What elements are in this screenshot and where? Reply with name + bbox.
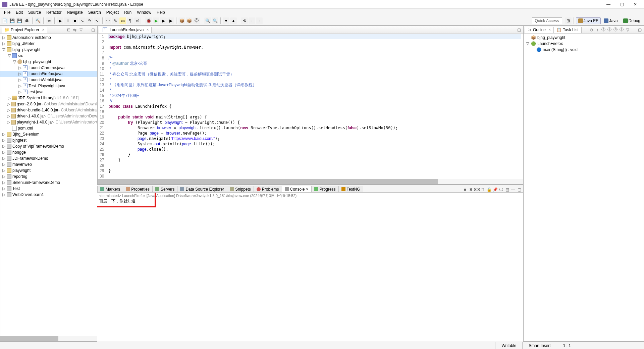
expand-icon[interactable]: ▽	[526, 41, 530, 46]
expand-icon[interactable]: ▷	[2, 150, 6, 155]
tree-item[interactable]: ▷JRE System Library [jdk1.8.0_181]	[0, 95, 97, 101]
tree-item[interactable]: ▷Test	[0, 186, 97, 192]
remove-launch-button[interactable]: ✖	[468, 187, 474, 192]
expand-icon[interactable]: ▷	[2, 41, 6, 46]
code-line[interactable]: package bjhg_playwright;	[108, 34, 521, 39]
close-button[interactable]: ✕	[629, 0, 642, 9]
menu-search[interactable]: Search	[86, 9, 104, 15]
code-line[interactable]	[108, 163, 521, 168]
remove-all-button[interactable]: ✖✖	[474, 187, 480, 192]
code-line[interactable]: *	[108, 66, 521, 71]
tree-item[interactable]: ▷reportng	[0, 173, 97, 180]
search-button[interactable]: 🔍	[212, 17, 218, 24]
tab-task-list[interactable]: 📋Task List	[554, 27, 582, 33]
tree-item[interactable]: ▷SeleniumFrameworkDemo	[0, 180, 97, 186]
expand-icon[interactable]: ▷	[2, 162, 6, 167]
new-java-project-button[interactable]: 📦	[178, 17, 185, 24]
last-edit-button[interactable]: ⟲	[241, 17, 248, 24]
step-return-button[interactable]: ↖	[94, 17, 100, 24]
hide-non-public-button[interactable]: ⓟ	[613, 27, 618, 33]
expand-icon[interactable]: ▷	[2, 186, 6, 191]
expand-icon[interactable]: ▷	[2, 35, 6, 40]
resume-button[interactable]: ▶	[57, 17, 63, 24]
run-dropdown[interactable]: ▶	[153, 17, 159, 24]
code-line[interactable]: public static void main(String[] args) {	[108, 114, 521, 120]
tree-item[interactable]: ▷driver-1.40.0.jar - C:\Users\Administra…	[0, 113, 97, 119]
close-icon[interactable]: ×	[42, 28, 44, 32]
tab-progress[interactable]: Progress	[311, 186, 339, 192]
focus-button[interactable]: ⊙	[589, 27, 594, 33]
code-editor[interactable]: 1237891011121314151617181920212223242526…	[98, 34, 523, 179]
tree-item[interactable]: ▷bjhg_JMeter	[0, 41, 97, 47]
tree-item[interactable]: ▽bjhg_playwright	[0, 59, 97, 65]
perspective-java[interactable]: Java	[601, 17, 620, 24]
step-over-button[interactable]: ↷	[86, 17, 93, 24]
expand-icon[interactable]: ▷	[18, 71, 22, 76]
skip-breakpoints-button[interactable]: ⤼	[46, 17, 52, 24]
editor-tab[interactable]: LaunchFirefox.java ×	[99, 27, 152, 33]
maximize-button[interactable]: ▢	[615, 0, 629, 9]
code-line[interactable]: * @公众号:北京宏哥（微信搜索，关注宏哥，提前解锁更多测试干货）	[108, 71, 521, 77]
code-line[interactable]: public class LaunchFirefox {	[108, 104, 521, 109]
menu-run[interactable]: Run	[121, 9, 134, 15]
close-icon[interactable]: ×	[306, 187, 309, 192]
minimize-button[interactable]: —	[602, 0, 615, 9]
code-line[interactable]: *	[108, 77, 521, 82]
terminate-console-button[interactable]: ■	[462, 187, 468, 192]
tree-item[interactable]: ▷playwright	[0, 167, 97, 173]
code-line[interactable]: * @author 北京-宏哥	[108, 61, 521, 66]
code-line[interactable]: *	[108, 88, 521, 93]
prev-annotation-button[interactable]: ▲	[230, 17, 237, 24]
expand-icon[interactable]: ▷	[2, 138, 6, 143]
hide-fields-button[interactable]: ⓕ	[601, 27, 606, 33]
tree-item[interactable]: pom.xml	[0, 125, 97, 131]
toggle-breadcrumb-button[interactable]: ⋯	[105, 17, 111, 24]
tree-item[interactable]: ▷Bjhg_Selenium	[0, 131, 97, 137]
open-console-button[interactable]: ▤	[504, 187, 510, 192]
code-line[interactable]: System.out.println(page.title());	[108, 141, 521, 147]
menu-refactor[interactable]: Refactor	[44, 9, 64, 15]
expand-icon[interactable]: ▷	[2, 144, 6, 149]
tree-item[interactable]: ▷driver-bundle-1.40.0.jar - C:\Users\Adm…	[0, 107, 97, 113]
project-explorer-tab[interactable]: 📁 Project Explorer ×	[2, 27, 47, 33]
next-annotation-button[interactable]: ▼	[223, 17, 229, 24]
code-line[interactable]: * 2024年7月09日	[108, 93, 521, 98]
tree-item[interactable]: ▷hongge	[0, 149, 97, 155]
tree-item[interactable]: ▷bjhgtest	[0, 137, 97, 143]
tree-item[interactable]: ▷Test_Playwright.java	[0, 83, 97, 89]
code-line[interactable]: Browser browser = playwright.firefox().l…	[108, 125, 521, 131]
expand-icon[interactable]: ▷	[2, 168, 6, 173]
close-icon[interactable]: ×	[146, 28, 149, 32]
debug-dropdown[interactable]: 🐞	[145, 17, 152, 24]
expand-icon[interactable]: ▷	[7, 114, 10, 118]
pin-console-button[interactable]: 📌	[492, 187, 498, 192]
code-line[interactable]	[108, 109, 521, 114]
tab-servers[interactable]: Servers	[152, 186, 177, 192]
code-line[interactable]: */	[108, 98, 521, 104]
menu-edit[interactable]: Edit	[13, 9, 25, 15]
toggle-mark-button[interactable]: ✎	[112, 17, 119, 24]
display-console-button[interactable]: 🖵	[498, 187, 504, 192]
outline-item[interactable]: 🔵main(String[]) : void	[524, 47, 644, 53]
code-line[interactable]: page.close();	[108, 147, 521, 152]
code-line[interactable]: import com.microsoft.playwright.Browser;	[108, 45, 521, 50]
tree-item[interactable]: ▷LaunchFirefox.java	[0, 71, 97, 77]
code-line[interactable]	[108, 173, 521, 179]
expand-icon[interactable]: ▽	[7, 53, 11, 58]
tree-item[interactable]: ▽src	[0, 53, 97, 59]
expand-icon[interactable]: ▷	[18, 84, 22, 88]
maximize-view-button[interactable]: ▢	[637, 27, 642, 33]
expand-icon[interactable]: ▷	[7, 108, 10, 112]
collapse-all-button[interactable]: ⊟	[66, 27, 71, 33]
toggle-block-button[interactable]: ▭	[119, 17, 126, 24]
build-button[interactable]: 🔨	[35, 17, 41, 24]
code-line[interactable]: }	[108, 157, 521, 163]
tree-item[interactable]: ▷LaunchChrome.java	[0, 65, 97, 71]
expand-icon[interactable]: ▷	[18, 90, 22, 94]
tab-problems[interactable]: Problems	[254, 186, 282, 192]
tree-item[interactable]: ▷gson-2.8.9.jar - C:\Users\Administrator…	[0, 101, 97, 107]
expand-icon[interactable]: ▷	[18, 78, 22, 82]
tab-testng[interactable]: TestNG	[338, 186, 363, 192]
menu-navigate[interactable]: Navigate	[64, 9, 85, 15]
menu-source[interactable]: Source	[25, 9, 44, 15]
